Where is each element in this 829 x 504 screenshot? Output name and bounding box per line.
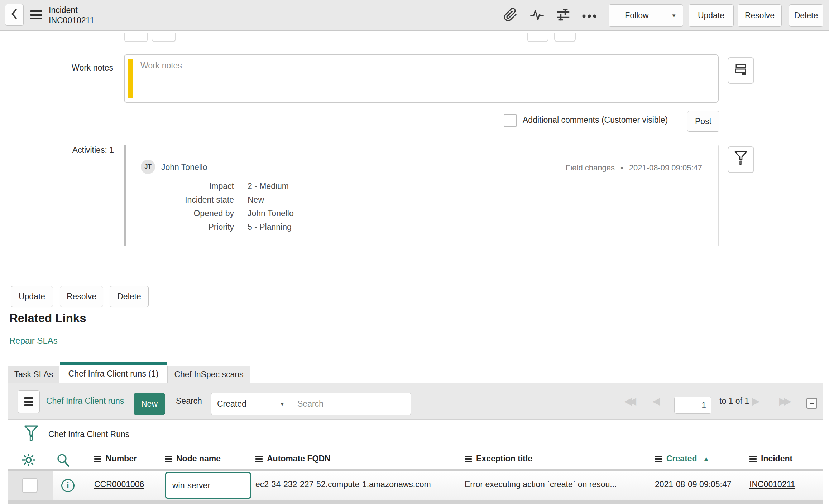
column-menu-icon [94, 456, 101, 462]
activity-event-type: Field changes [566, 163, 615, 173]
column-header-node-name[interactable]: Node name [165, 454, 221, 464]
list-context-menu-button[interactable] [18, 390, 40, 413]
row-created: 2021-08-09 09:05:47 [655, 480, 732, 489]
list-search-input[interactable] [291, 393, 411, 415]
record-type: Incident [49, 5, 94, 15]
column-header-automate-fqdn[interactable]: Automate FQDN [255, 454, 331, 464]
activity-user: John Tonello [161, 163, 207, 172]
horizontal-scrollbar[interactable] [8, 500, 823, 504]
collapse-list-button[interactable] [806, 398, 817, 409]
field-change-label: Opened by [126, 209, 234, 218]
column-label: Exception title [476, 454, 532, 464]
back-button[interactable] [5, 4, 24, 26]
activity-filter-button[interactable] [728, 146, 754, 173]
work-notes-label: Work notes [29, 63, 113, 73]
row-exception-title: Error executing action `create` on resou… [465, 480, 617, 489]
last-page-button[interactable]: ▶▶ [779, 394, 791, 409]
funnel-icon [734, 151, 747, 168]
column-label: Node name [176, 454, 221, 464]
column-header-incident[interactable]: Incident [749, 454, 792, 464]
search-label: Search [176, 396, 202, 406]
column-header-number[interactable]: Number [94, 454, 137, 464]
footer-resolve-button[interactable]: Resolve [60, 286, 103, 307]
column-label: Incident [761, 454, 792, 464]
column-menu-icon [749, 456, 757, 462]
row-incident-link[interactable]: INC0010211 [749, 480, 795, 489]
list-search-combo: Created ▼ [211, 393, 411, 415]
activity-stream-button[interactable] [529, 7, 545, 24]
column-menu-icon [465, 456, 472, 462]
row-node-name-cell[interactable]: win-server [165, 472, 251, 499]
column-header-created[interactable]: Created ▲ [655, 454, 709, 464]
row-preview-button[interactable]: i [61, 479, 75, 492]
list-filter-button[interactable] [24, 425, 38, 445]
paperclip-icon [503, 6, 518, 25]
follow-dropdown-button[interactable]: ▼ [665, 13, 683, 19]
repair-slas-link[interactable]: Repair SLAs [9, 336, 58, 346]
page-number-input[interactable] [674, 397, 711, 414]
additional-comments-checkbox[interactable] [504, 114, 517, 127]
stream-toggle-icon [734, 63, 748, 78]
header-update-button[interactable]: Update [689, 4, 734, 27]
clipped-button[interactable] [554, 33, 576, 42]
column-header-exception-title[interactable]: Exception title [465, 454, 532, 464]
field-change-label: Incident state [126, 195, 234, 205]
more-options-icon [581, 11, 597, 21]
clipped-button[interactable] [124, 33, 148, 42]
first-page-button[interactable]: ◀◀ [624, 394, 636, 409]
back-chevron-icon [10, 8, 18, 22]
field-change-value: 5 - Planning [248, 222, 292, 232]
row-checkbox[interactable] [22, 478, 38, 493]
list-breadcrumb[interactable]: Chef Infra Client Runs [48, 430, 129, 439]
field-change-value: New [248, 195, 264, 205]
column-label: Created [666, 454, 697, 464]
header-resolve-button[interactable]: Resolve [738, 4, 782, 27]
column-menu-icon [165, 456, 172, 462]
row-number-link[interactable]: CCR0001006 [94, 480, 144, 489]
new-record-button[interactable]: New [134, 393, 165, 415]
related-list-panel: Chef Infra Client runs New Search Create… [8, 383, 823, 504]
more-options-button[interactable] [581, 7, 598, 24]
gear-icon [21, 460, 36, 469]
context-menu-icon[interactable] [30, 10, 42, 19]
column-menu-icon [255, 456, 263, 462]
hamburger-icon [24, 397, 33, 406]
search-icon [56, 460, 71, 469]
table-row: i CCR0001006 win-server ec2-34-232-227-5… [8, 471, 823, 500]
tab-task-slas[interactable]: Task SLAs [8, 366, 59, 383]
list-filter-row: Chef Infra Client Runs [8, 420, 823, 450]
tab-chef-infra-client-runs[interactable]: Chef Infra Client runs (1) [60, 362, 167, 383]
row-automate-fqdn: ec2-34-232-227-52.compute-1.amazonaws.co… [255, 480, 431, 489]
search-column-value: Created [217, 399, 246, 409]
clipped-button[interactable] [527, 33, 548, 42]
row-checkbox-cell [8, 471, 53, 500]
follow-button[interactable]: Follow [609, 11, 665, 20]
sort-ascending-icon: ▲ [703, 455, 710, 463]
list-personalize-button[interactable] [21, 452, 36, 470]
funnel-icon [24, 435, 38, 444]
activity-entry: JT John Tonello Field changes • 2021-08-… [124, 145, 719, 246]
prev-page-button[interactable]: ◀ [652, 394, 660, 409]
personalize-form-button[interactable] [555, 7, 571, 24]
post-button[interactable]: Post [687, 111, 719, 132]
work-notes-field-wrap [124, 54, 719, 103]
incident-form-panel: Work notes Additional comments (Customer… [11, 33, 820, 282]
header-delete-button[interactable]: Delete [789, 4, 823, 27]
next-page-button[interactable]: ▶ [752, 394, 760, 409]
follow-split-button: Follow ▼ [609, 4, 683, 27]
activities-label: Activities: 1 [29, 145, 114, 155]
sliders-icon [556, 7, 571, 24]
attachment-button[interactable] [502, 7, 519, 24]
tab-chef-inspec-scans[interactable]: Chef InSpec scans [167, 366, 250, 383]
field-change-row: Opened by John Tonello [126, 209, 718, 222]
clipped-button[interactable] [152, 33, 176, 42]
toggle-activity-stream-button[interactable] [728, 57, 754, 84]
footer-delete-button[interactable]: Delete [110, 286, 149, 307]
work-notes-input[interactable] [137, 57, 716, 100]
list-title-link[interactable]: Chef Infra Client runs [46, 396, 124, 406]
footer-update-button[interactable]: Update [11, 286, 53, 307]
field-change-row: Priority 5 - Planning [126, 222, 718, 236]
list-search-toggle-button[interactable] [56, 452, 71, 470]
search-column-select[interactable]: Created ▼ [211, 393, 291, 415]
form-header-bar: Incident INC0010211 Follow [0, 0, 829, 32]
